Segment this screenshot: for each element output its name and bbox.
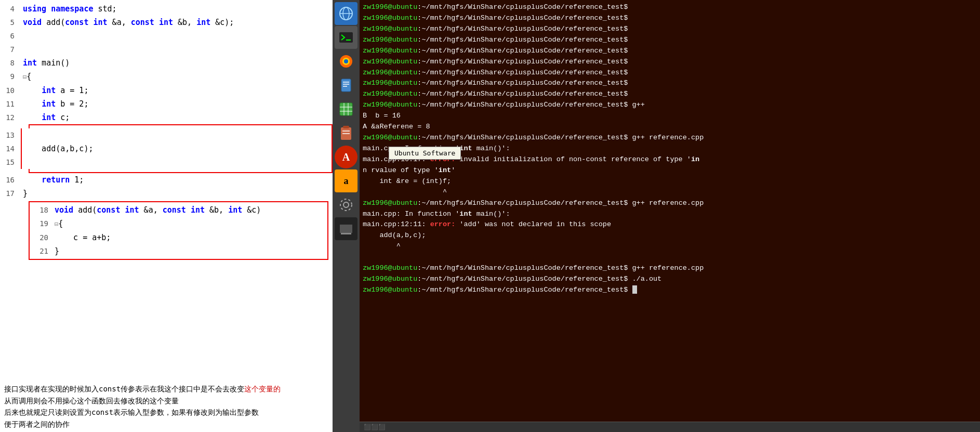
sidebar-icon-red-a[interactable]: A [335,146,357,168]
red-box-top [29,124,333,128]
terminal-line: A &aReferene = 8 [363,122,977,133]
terminal-line: ^ [363,187,977,198]
sidebar: A a [333,0,360,432]
sidebar-icon-settings[interactable] [335,193,357,216]
terminal-line: zw1996@ubuntu:~/mnt/hgfs/WinShare/cplusp… [363,198,977,209]
red-box-bottom [29,169,333,173]
svg-rect-3 [339,32,353,43]
svg-point-7 [344,59,348,63]
terminal-line: zw1996@ubuntu:~/mnt/hgfs/WinShare/cplusp… [363,78,977,89]
table-row: 14 add(a,b,c); [0,142,333,155]
annotation-line-4: 便于两者之间的协作 [4,418,328,430]
terminal-line: zw1996@ubuntu:~/mnt/hgfs/WinShare/cplusp… [363,68,977,78]
terminal-line: zw1996@ubuntu:~/mnt/hgfs/WinShare/cplusp… [363,100,977,111]
sidebar-icon-document[interactable] [335,74,357,97]
terminal-line: B b = 16 [363,111,977,122]
table-row: 9 ⊟{ [0,70,333,84]
table-row: 7 [0,43,333,56]
table-row: 16 return 1; [0,173,333,187]
terminal-line: ^ [363,241,977,252]
terminal-wrap: A a Ubuntu Software zw1996@ubuntu:~/mnt/… [333,0,980,432]
table-row: 8 int main() [0,56,333,70]
table-row: 12 int c; [0,111,333,124]
terminal-line: main.cpp:12:11: error: 'add' was not dec… [363,219,977,230]
table-row: 11 int b = 2; [0,97,333,111]
table-row: 13 [0,128,333,142]
terminal-line: zw1996@ubuntu:~/mnt/hgfs/WinShare/cplusp… [363,133,977,143]
terminal-line: zw1996@ubuntu:~/mnt/hgfs/WinShare/cplusp… [363,274,977,285]
sidebar-icon-clipboard[interactable] [335,122,357,145]
sidebar-icon-terminal[interactable] [335,26,357,49]
svg-rect-8 [341,79,351,91]
terminal-line: zw1996@ubuntu:~/mnt/hgfs/WinShare/cplusp… [363,35,977,46]
code-lines: 4 using namespace std; 5 void add(const … [0,0,333,379]
table-row: 6 [0,29,333,43]
table-row: 17 } [0,187,333,200]
editor-panel: 4 using namespace std; 5 void add(const … [0,0,333,432]
table-row: 10 int a = 1; [0,84,333,97]
terminal-line [363,252,977,263]
ubuntu-software-tooltip: Ubuntu Software [389,147,461,160]
terminal-content[interactable]: zw1996@ubuntu:~/mnt/hgfs/WinShare/cplusp… [360,0,980,422]
annotation-line-1: 接口实现者在实现的时候加入const传参表示在我这个接口中是不会去改变这个变量的 [4,383,328,395]
terminal-line: zw1996@ubuntu:~/mnt/hgfs/WinShare/cplusp… [363,57,977,68]
sidebar-icon-amazon[interactable]: a [335,169,357,192]
svg-rect-24 [341,233,351,234]
terminal-line: zw1996@ubuntu:~/mnt/hgfs/WinShare/cplusp… [363,263,977,274]
terminal-line: zw1996@ubuntu:~/mnt/hgfs/WinShare/cplusp… [363,2,977,13]
svg-point-21 [343,202,349,207]
table-row: 18 void add(const int &a, const int &b, … [32,203,325,217]
terminal-line: zw1996@ubuntu:~/mnt/hgfs/WinShare/cplusp… [363,285,977,296]
terminal-bottom-bar: ⬛⬛⬛ [360,422,980,432]
terminal-line: zw1996@ubuntu:~/mnt/hgfs/WinShare/cplusp… [363,89,977,100]
terminal-panel: Ubuntu Software zw1996@ubuntu:~/mnt/hgfs… [360,0,980,432]
annotation-block: 接口实现者在实现的时候加入const传参表示在我这个接口中是不会去改变这个变量的… [0,379,333,432]
sidebar-icon-spreadsheet[interactable] [335,98,357,121]
terminal-line: zw1996@ubuntu:~/mnt/hgfs/WinShare/cplusp… [363,46,977,57]
sidebar-icon-globe[interactable] [335,2,357,25]
annotation-line-2: 从而调用则会不用操心这个函数回去修改我的这个变量 [4,395,328,407]
red-border-block: 18 void add(const int &a, const int &b, … [29,201,328,260]
table-row: 21 } [32,244,325,258]
sidebar-icon-firefox[interactable] [335,50,357,73]
terminal-line: zw1996@ubuntu:~/mnt/hgfs/WinShare/cplusp… [363,24,977,35]
terminal-line: main.cpp: In function 'int main()': [363,209,977,220]
svg-rect-12 [340,103,352,115]
table-row: 20 c = a+b; [32,231,325,244]
table-row: 4 using namespace std; [0,2,333,16]
terminal-line: zw1996@ubuntu:~/mnt/hgfs/WinShare/cplusp… [363,13,977,24]
svg-point-22 [340,199,352,211]
table-row: 15 [0,155,333,169]
table-row: 5 void add(const int &a, const int &b, i… [0,16,333,29]
svg-rect-18 [343,126,349,128]
annotation-line-3: 后来也就规定只读则设置为const表示输入型参数，如果有修改则为输出型参数 [4,407,328,418]
terminal-line: add(a,b,c); [363,230,977,241]
terminal-line: int &re = (int)f; [363,176,977,187]
table-row: 19 ⊟{ [32,217,325,231]
sidebar-icon-black-square[interactable] [335,217,357,240]
terminal-line: n rvalue of type 'int' [363,165,977,176]
code-area: 4 using namespace std; 5 void add(const … [0,0,333,432]
svg-rect-23 [340,225,352,233]
